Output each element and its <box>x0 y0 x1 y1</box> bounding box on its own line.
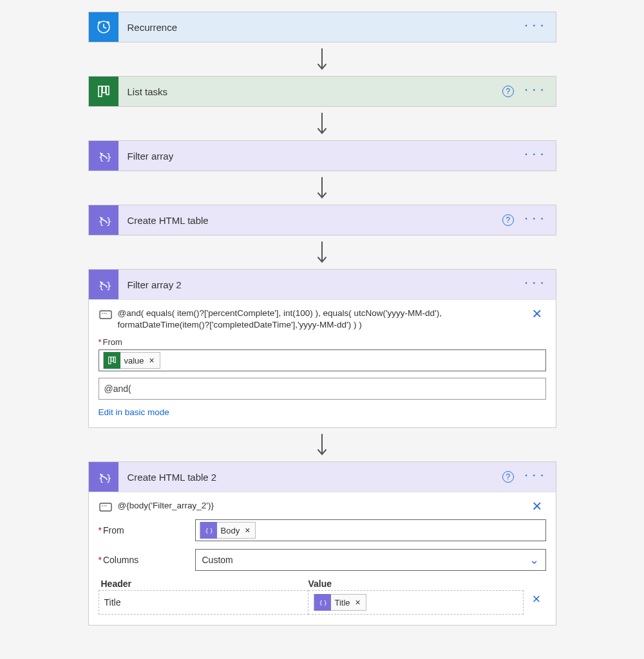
svg-text:{: { <box>99 281 104 291</box>
step-header-filter-array[interactable]: { } Filter array · · · <box>89 141 556 171</box>
close-icon[interactable]: × <box>528 308 545 319</box>
step-header-list-tasks[interactable]: List tasks ? · · · <box>89 77 556 106</box>
token-remove-icon[interactable]: × <box>243 525 255 535</box>
svg-point-12 <box>104 313 105 314</box>
svg-text:}: } <box>106 216 111 227</box>
header-cell-text: Title <box>104 597 121 608</box>
svg-rect-15 <box>111 357 113 362</box>
step-create-html-table-2: { } Create HTML table 2 ? · · · @{body('… <box>88 461 556 626</box>
header-cell-input[interactable]: Title <box>99 590 308 615</box>
svg-text:{: { <box>99 152 104 162</box>
help-icon[interactable]: ? <box>502 86 514 97</box>
clock-icon <box>89 12 118 42</box>
step-title: Create HTML table <box>118 215 502 226</box>
columns-label: Columns <box>99 555 195 565</box>
chevron-down-icon: ⌄ <box>529 553 539 567</box>
svg-text:}: } <box>209 528 213 534</box>
token-label: Body <box>217 526 244 535</box>
columns-table-header: Header Value <box>99 579 546 590</box>
edit-basic-mode-link[interactable]: Edit in basic mode <box>99 407 169 417</box>
svg-point-20 <box>102 506 103 507</box>
svg-text:}: } <box>106 152 111 162</box>
step-title: Filter array <box>118 151 524 162</box>
svg-text:{: { <box>99 473 104 483</box>
svg-text:{: { <box>99 216 104 227</box>
ellipsis-icon[interactable]: · · · <box>524 86 544 97</box>
step-title: Recurrence <box>118 22 524 33</box>
step-filter-array-2: { } Filter array 2 · · · @and( equals( i… <box>88 269 556 428</box>
data-operation-icon: { } <box>314 594 331 611</box>
token-label: value <box>120 356 148 366</box>
header-label: Header <box>99 579 308 589</box>
help-icon[interactable]: ? <box>502 214 514 226</box>
arrow-connector <box>0 107 644 140</box>
columns-value: Custom <box>202 555 233 565</box>
step-header-create-html-table-2[interactable]: { } Create HTML table 2 ? · · · <box>89 462 556 492</box>
svg-rect-1 <box>99 86 102 97</box>
ellipsis-icon[interactable]: · · · <box>524 22 544 32</box>
arrow-connector <box>0 236 644 269</box>
peek-expression: @{body('Filter_array_2')} <box>118 500 522 512</box>
arrow-connector <box>0 42 644 76</box>
data-operation-icon: { } <box>200 522 217 539</box>
svg-point-22 <box>106 506 107 507</box>
expression-text: @and( <box>103 382 133 396</box>
step-recurrence[interactable]: Recurrence · · · <box>88 12 556 42</box>
from-input[interactable]: { } Body × <box>195 519 546 541</box>
step-filter-array[interactable]: { } Filter array · · · <box>88 140 556 171</box>
step-header-filter-array-2[interactable]: { } Filter array 2 · · · <box>89 270 556 299</box>
ellipsis-icon[interactable]: · · · <box>524 472 544 482</box>
step-body-create-html-table-2: @{body('Filter_array_2')} × From { } <box>89 492 556 625</box>
step-body-filter-array-2: @and( equals( item()?['percentComplete']… <box>89 299 556 427</box>
svg-rect-2 <box>102 86 106 93</box>
from-input[interactable]: value × <box>99 349 546 371</box>
step-list-tasks[interactable]: List tasks ? · · · <box>88 76 556 107</box>
step-header-recurrence[interactable]: Recurrence · · · <box>89 12 556 42</box>
from-label: From <box>99 337 546 347</box>
token-body[interactable]: { } Body × <box>200 522 256 539</box>
svg-rect-19 <box>100 503 111 511</box>
close-icon[interactable]: × <box>528 500 545 512</box>
svg-text:}: } <box>106 473 111 483</box>
step-title: Filter array 2 <box>118 279 524 290</box>
step-title: List tasks <box>118 86 502 97</box>
filter-expression-input[interactable]: @and( <box>99 378 546 400</box>
arrow-connector <box>0 171 644 205</box>
peek-icon <box>99 501 111 513</box>
from-label: From <box>99 525 195 535</box>
peek-expression: @and( equals( item()?['percentComplete']… <box>118 308 522 331</box>
svg-point-21 <box>104 506 105 507</box>
help-icon[interactable]: ? <box>502 471 514 483</box>
svg-text:{: { <box>205 528 208 534</box>
columns-select[interactable]: Custom ⌄ <box>195 549 546 571</box>
planner-icon <box>89 77 118 106</box>
arrow-connector <box>0 428 644 461</box>
svg-point-13 <box>106 313 107 314</box>
ellipsis-icon[interactable]: · · · <box>524 151 544 161</box>
svg-rect-16 <box>113 357 115 363</box>
token-remove-icon[interactable]: × <box>148 355 160 366</box>
peek-icon <box>99 309 111 320</box>
token-remove-icon[interactable]: × <box>354 597 366 608</box>
step-title: Create HTML table 2 <box>118 472 502 483</box>
planner-icon <box>104 352 120 369</box>
data-operation-icon: { } <box>89 462 118 492</box>
value-label: Value <box>308 579 546 589</box>
step-create-html-table[interactable]: { } Create HTML table ? · · · <box>88 205 556 236</box>
value-cell-input[interactable]: { } Title × <box>308 590 524 615</box>
ellipsis-icon[interactable]: · · · <box>524 279 544 290</box>
flow-designer-canvas: Recurrence · · · List tasks ? · · · <box>0 0 644 626</box>
token-title[interactable]: { } Title × <box>314 594 366 611</box>
svg-point-11 <box>102 313 103 314</box>
columns-row: Title { } Title × × <box>99 590 546 615</box>
token-label: Title <box>331 598 354 608</box>
delete-row-icon[interactable]: × <box>524 590 544 615</box>
step-header-create-html-table[interactable]: { } Create HTML table ? · · · <box>89 205 556 235</box>
svg-rect-3 <box>106 86 109 95</box>
svg-rect-10 <box>100 311 111 319</box>
svg-text:}: } <box>323 600 327 606</box>
data-operation-icon: { } <box>89 141 118 171</box>
token-value[interactable]: value × <box>103 352 160 369</box>
ellipsis-icon[interactable]: · · · <box>524 215 544 225</box>
svg-text:{: { <box>319 600 322 606</box>
